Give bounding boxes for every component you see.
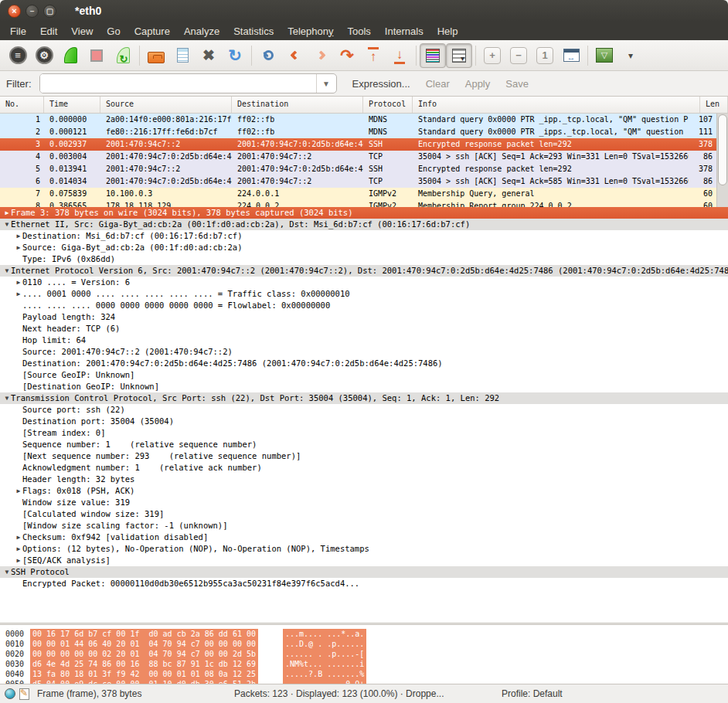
menu-help[interactable]: Help	[430, 24, 465, 39]
detail-row[interactable]: ▶Checksum: 0xf942 [validation disabled]	[0, 531, 728, 543]
packet-row[interactable]: 50.0139412001:470:94c7::22001:470:94c7:0…	[0, 163, 716, 175]
detail-row[interactable]: ▶.... 0001 0000 .... .... .... .... ....…	[0, 288, 728, 300]
detail-row[interactable]: Next header: TCP (6)	[0, 323, 728, 335]
open-file-button[interactable]	[143, 43, 169, 68]
detail-row[interactable]: ▶0110 .... = Version: 6	[0, 277, 728, 288]
filter-dropdown-icon[interactable]: ▼	[316, 74, 336, 93]
detail-row[interactable]: Type: IPv6 (0x86dd)	[0, 253, 728, 265]
zoom-out-button[interactable]: −	[505, 43, 532, 68]
detail-row[interactable]: ▶Frame 3: 378 bytes on wire (3024 bits),…	[0, 207, 728, 219]
zoom-in-button[interactable]: +	[479, 43, 505, 68]
go-forward-button[interactable]	[308, 43, 334, 68]
hex-row[interactable]: 000000 16 17 6d b7 cf 00 1f d0 ad cb 2a …	[0, 629, 728, 639]
detail-row[interactable]: ▶Flags: 0x018 (PSH, ACK)	[0, 485, 728, 497]
menu-file[interactable]: File	[3, 24, 33, 39]
autoscroll-toggle-button[interactable]	[446, 43, 472, 68]
reload-button[interactable]: ↻	[222, 43, 248, 68]
detail-row[interactable]: [Window size scaling factor: -1 (unknown…	[0, 520, 728, 531]
minimize-window-icon[interactable]: –	[26, 5, 39, 18]
detail-row[interactable]: ▶Destination: Msi_6d:b7:cf (00:16:17:6d:…	[0, 230, 728, 242]
detail-row[interactable]: ▶[SEQ/ACK analysis]	[0, 555, 728, 566]
detail-row[interactable]: Header length: 32 bytes	[0, 474, 728, 485]
go-to-packet-button[interactable]: ↷	[334, 43, 360, 68]
menu-tools[interactable]: Tools	[340, 24, 377, 39]
expander-expanded-icon[interactable]: ▼	[3, 219, 11, 230]
menu-capture[interactable]: Capture	[128, 24, 177, 39]
packet-row[interactable]: 10.0000002a00:14f0:e000:801a:216:17ffff0…	[0, 114, 716, 126]
colorize-toggle-button[interactable]	[420, 43, 446, 68]
column-header-len[interactable]: Len	[700, 97, 728, 113]
packet-row[interactable]: 20.000121fe80::216:17ff:fe6d:b7cfff02::f…	[0, 126, 716, 138]
detail-row[interactable]: Acknowledgment number: 1 (relative ack n…	[0, 462, 728, 474]
apply-button[interactable]: Apply	[465, 78, 491, 90]
expander-expanded-icon[interactable]: ▼	[3, 566, 11, 578]
detail-row[interactable]: Payload length: 324	[0, 311, 728, 323]
expander-collapsed-icon[interactable]: ▶	[15, 277, 22, 288]
detail-row[interactable]: ▶Options: (12 bytes), No-Operation (NOP)…	[0, 543, 728, 555]
menu-telephony[interactable]: Telephony	[281, 24, 340, 39]
find-packet-button[interactable]	[255, 43, 281, 68]
packet-row[interactable]: 30.0029372001:470:94c7::22001:470:94c7:0…	[0, 138, 716, 151]
column-header-no[interactable]: No.	[0, 97, 44, 113]
go-last-button[interactable]: ↓	[386, 43, 413, 68]
packet-row[interactable]: 60.0140342001:470:94c7:0:2d5b:d64e:4d25:…	[0, 175, 716, 188]
menu-go[interactable]: Go	[100, 24, 127, 39]
detail-row[interactable]: [Stream index: 0]	[0, 427, 728, 439]
detail-row[interactable]: ▼SSH Protocol	[0, 566, 728, 578]
capture-filters-button[interactable]: ▽	[591, 43, 617, 68]
capture-comment-icon[interactable]	[19, 688, 29, 700]
hex-row[interactable]: 0030d6 4e 4d 25 74 86 00 16 88 bc 87 91 …	[0, 659, 728, 669]
capture-options-button[interactable]: ⚙	[31, 43, 57, 68]
zoom-100-button[interactable]: 1	[532, 43, 558, 68]
stop-capture-button[interactable]	[83, 43, 110, 68]
hex-row[interactable]: 004013 fa 80 18 01 3f f9 42 00 00 01 01 …	[0, 669, 728, 679]
list-interfaces-button[interactable]: ≡	[5, 43, 31, 68]
expander-collapsed-icon[interactable]: ▶	[15, 230, 22, 242]
column-header-source[interactable]: Source	[100, 97, 232, 113]
column-header-destination[interactable]: Destination	[232, 97, 363, 113]
detail-row[interactable]: ▶Source: Giga-Byt_ad:cb:2a (00:1f:d0:ad:…	[0, 242, 728, 253]
detail-row[interactable]: ▼Transmission Control Protocol, Src Port…	[0, 392, 728, 404]
hex-row[interactable]: 001000 00 01 44 06 40 20 01 04 70 94 c7 …	[0, 639, 728, 649]
detail-row[interactable]: .... .... .... 0000 0000 0000 0000 0000 …	[0, 300, 728, 311]
resize-columns-button[interactable]: ↔	[558, 43, 584, 68]
menu-analyze[interactable]: Analyze	[177, 24, 226, 39]
column-header-time[interactable]: Time	[44, 97, 100, 113]
packet-row[interactable]: 40.0030042001:470:94c7:0:2d5b:d64e:4d25:…	[0, 151, 716, 163]
detail-row[interactable]: Destination port: 35004 (35004)	[0, 416, 728, 427]
detail-row[interactable]: [Source GeoIP: Unknown]	[0, 369, 728, 381]
save-button[interactable]: Save	[505, 78, 529, 90]
expander-collapsed-icon[interactable]: ▶	[15, 485, 22, 497]
detail-row[interactable]: Hop limit: 64	[0, 335, 728, 346]
detail-row[interactable]: [Calculated window size: 319]	[0, 508, 728, 520]
detail-row[interactable]: Sequence number: 1 (relative sequence nu…	[0, 439, 728, 450]
close-window-icon[interactable]: ×	[8, 5, 21, 18]
go-back-button[interactable]	[281, 43, 308, 68]
menu-internals[interactable]: Internals	[378, 24, 430, 39]
column-header-info[interactable]: Info	[413, 97, 700, 113]
menu-view[interactable]: View	[64, 24, 100, 39]
column-header-protocol[interactable]: Protocol	[363, 97, 413, 113]
go-first-button[interactable]: ↑	[360, 43, 386, 68]
detail-row[interactable]: [Destination GeoIP: Unknown]	[0, 381, 728, 392]
detail-row[interactable]: ▼Internet Protocol Version 6, Src: 2001:…	[0, 265, 728, 277]
expander-collapsed-icon[interactable]: ▶	[3, 207, 11, 219]
maximize-window-icon[interactable]: ▢	[43, 5, 56, 18]
expander-collapsed-icon[interactable]: ▶	[15, 242, 22, 253]
expander-collapsed-icon[interactable]: ▶	[15, 288, 22, 300]
detail-row[interactable]: Destination: 2001:470:94c7:0:2d5b:d64e:4…	[0, 358, 728, 369]
hex-row[interactable]: 002000 00 00 00 00 02 20 01 04 70 94 c7 …	[0, 649, 728, 659]
clear-button[interactable]: Clear	[426, 78, 450, 90]
packet-list-scrollbar[interactable]	[716, 114, 728, 207]
save-file-button[interactable]	[169, 43, 196, 68]
detail-row[interactable]: Window size value: 319	[0, 497, 728, 508]
expert-info-icon[interactable]	[5, 688, 15, 699]
detail-row[interactable]: Encrypted Packet: 00000110d0db30e6512b95…	[0, 578, 728, 589]
packet-row[interactable]: 70.07583910.100.0.3224.0.0.1IGMPv2Member…	[0, 188, 716, 200]
expander-collapsed-icon[interactable]: ▶	[15, 555, 22, 566]
expression-button[interactable]: Expression...	[352, 78, 410, 90]
close-file-button[interactable]: ✖	[196, 43, 222, 68]
detail-row[interactable]: Source port: ssh (22)	[0, 404, 728, 416]
status-profile[interactable]: Profile: Default	[502, 688, 563, 699]
expander-collapsed-icon[interactable]: ▶	[15, 531, 22, 543]
